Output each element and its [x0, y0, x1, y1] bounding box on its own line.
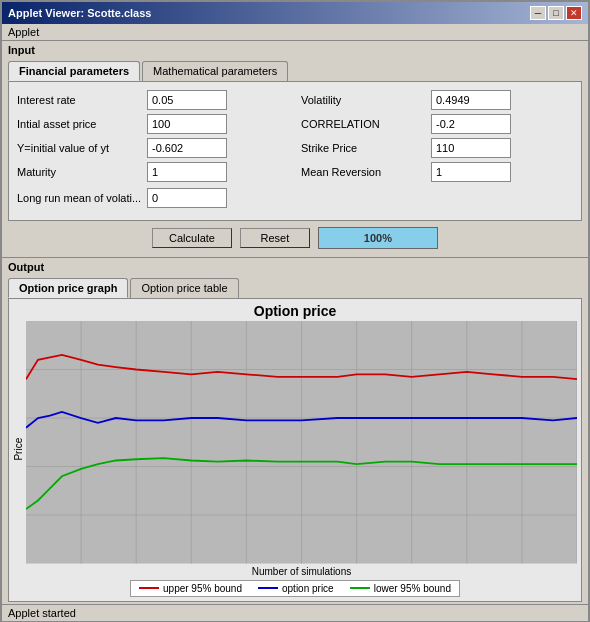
legend-option-line	[258, 587, 278, 589]
tab-graph[interactable]: Option price graph	[8, 278, 128, 298]
legend-lower-label: lower 95% bound	[374, 583, 451, 594]
tab-table[interactable]: Option price table	[130, 278, 238, 298]
param-row-maturity: Maturity	[17, 162, 289, 182]
volatility-input[interactable]	[431, 90, 511, 110]
asset-price-label: Intial asset price	[17, 118, 147, 130]
params-grid: Interest rate Intial asset price Y=initi…	[17, 90, 573, 186]
param-row-mean-reversion: Mean Reversion	[301, 162, 573, 182]
maturity-label: Maturity	[17, 166, 147, 178]
longrun-input[interactable]	[147, 188, 227, 208]
param-row-strike: Strike Price	[301, 138, 573, 158]
legend-upper: upper 95% bound	[139, 583, 242, 594]
y-input[interactable]	[147, 138, 227, 158]
legend-upper-label: upper 95% bound	[163, 583, 242, 594]
mean-reversion-label: Mean Reversion	[301, 166, 431, 178]
title-bar: Applet Viewer: Scotte.class ─ □ ✕	[2, 2, 588, 24]
legend-lower: lower 95% bound	[350, 583, 451, 594]
legend-option-label: option price	[282, 583, 334, 594]
left-params: Interest rate Intial asset price Y=initi…	[17, 90, 289, 186]
longrun-label: Long run mean of volati...	[17, 192, 147, 204]
applet-menu[interactable]: Applet	[8, 26, 39, 38]
app-window: Applet Viewer: Scotte.class ─ □ ✕ Applet…	[0, 0, 590, 622]
tab-mathematical[interactable]: Mathematical parameters	[142, 61, 288, 81]
param-row-correlation: CORRELATION	[301, 114, 573, 134]
param-row-longrun: Long run mean of volati...	[17, 188, 573, 208]
status-bar: Applet started	[2, 604, 588, 621]
chart-legend: upper 95% bound option price lower 95% b…	[130, 580, 460, 597]
window-controls: ─ □ ✕	[530, 6, 582, 20]
y-label: Y=initial value of yt	[17, 142, 147, 154]
chart-title: Option price	[13, 303, 577, 319]
interest-rate-input[interactable]	[147, 90, 227, 110]
input-section-label: Input	[2, 41, 588, 58]
legend-lower-line	[350, 587, 370, 589]
param-row-y: Y=initial value of yt	[17, 138, 289, 158]
param-row-asset: Intial asset price	[17, 114, 289, 134]
minimize-button[interactable]: ─	[530, 6, 546, 20]
chart-container: Option price Price	[8, 298, 582, 602]
input-panel: Interest rate Intial asset price Y=initi…	[8, 81, 582, 221]
calculate-button[interactable]: Calculate	[152, 228, 232, 248]
param-row-interest: Interest rate	[17, 90, 289, 110]
y-axis-label: Price	[13, 321, 24, 577]
param-row-volatility: Volatility	[301, 90, 573, 110]
progress-bar: 100%	[318, 227, 438, 249]
window-title: Applet Viewer: Scotte.class	[8, 7, 151, 19]
maturity-input[interactable]	[147, 162, 227, 182]
asset-price-input[interactable]	[147, 114, 227, 134]
close-button[interactable]: ✕	[566, 6, 582, 20]
interest-rate-label: Interest rate	[17, 94, 147, 106]
buttons-row: Calculate Reset 100%	[2, 221, 588, 255]
mean-reversion-input[interactable]	[431, 162, 511, 182]
correlation-input[interactable]	[431, 114, 511, 134]
status-text: Applet started	[8, 607, 76, 619]
x-axis-label: Number of simulations	[26, 566, 577, 577]
input-tabs-row: Financial parameters Mathematical parame…	[2, 58, 588, 81]
output-tabs-row: Option price graph Option price table	[2, 275, 588, 298]
legend-option: option price	[258, 583, 334, 594]
chart-area: Price	[13, 321, 577, 577]
tab-financial[interactable]: Financial parameters	[8, 61, 140, 81]
chart-svg-element: 7.5 10.0 12.5 15.0 17.5 0 1,000 2,000 3,…	[26, 321, 577, 564]
menu-bar: Applet	[2, 24, 588, 41]
right-params: Volatility CORRELATION Strike Price Mean…	[301, 90, 573, 186]
reset-button[interactable]: Reset	[240, 228, 310, 248]
correlation-label: CORRELATION	[301, 118, 431, 130]
volatility-label: Volatility	[301, 94, 431, 106]
strike-label: Strike Price	[301, 142, 431, 154]
strike-input[interactable]	[431, 138, 511, 158]
maximize-button[interactable]: □	[548, 6, 564, 20]
chart-svg: 7.5 10.0 12.5 15.0 17.5 0 1,000 2,000 3,…	[26, 321, 577, 564]
chart-inner: 7.5 10.0 12.5 15.0 17.5 0 1,000 2,000 3,…	[26, 321, 577, 577]
output-section: Output Option price graph Option price t…	[2, 257, 588, 604]
legend-upper-line	[139, 587, 159, 589]
output-section-label: Output	[2, 258, 588, 275]
